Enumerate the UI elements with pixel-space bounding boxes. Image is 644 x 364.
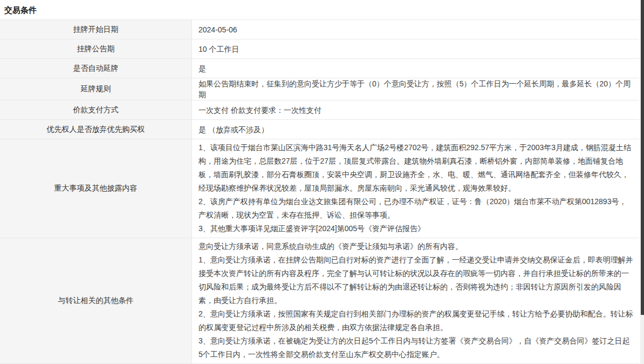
table-row-announcement-period: 挂牌公告期 10 个工作日 [0, 39, 640, 59]
condition-paragraph: 1、意向受让方须承诺，在挂牌公告期间已自行对标的资产进行了全面了解，一经递交受让… [198, 253, 633, 307]
row-label: 延牌规则 [0, 78, 192, 100]
row-label: 重大事项及其他披露内容 [0, 139, 192, 238]
disclosure-paragraph: 2、该房产产权持有单位为烟台业达文旅集团有限公司，已办理不动产权证，证号：鲁（2… [198, 195, 633, 222]
row-value: 意向受让方须承诺，同意系统自动生成的《资产受让须知与承诺》的所有内容。 1、意向… [192, 238, 640, 363]
conditions-table: 挂牌开始日期 2024-05-06 挂牌公告期 10 个工作日 是否自动延牌 是… [0, 19, 640, 364]
row-label: 挂牌开始日期 [0, 20, 192, 39]
condition-paragraph: 2、意向受让方须承诺，按照国家有关规定自行到相关部门办理标的资产的权属变更登记手… [198, 307, 633, 334]
transaction-conditions-page: 交易条件 挂牌开始日期 2024-05-06 挂牌公告期 10 个工作日 是否自… [0, 0, 644, 364]
table-row-preemptive-rights: 优先权人是否放弃优先购买权 是 （放弃或不涉及） [0, 120, 640, 139]
row-value: 2024-05-06 [192, 20, 640, 39]
table-row-listing-start-date: 挂牌开始日期 2024-05-06 [0, 20, 640, 39]
vertical-scrollbar[interactable] [640, 0, 644, 364]
table-row-major-disclosures: 重大事项及其他披露内容 1、该项目位于烟台市莱山区滨海中路31号海天名人广场2号… [0, 139, 640, 238]
condition-paragraph: 意向受让方须承诺，同意系统自动生成的《资产受让须知与承诺》的所有内容。 [198, 240, 633, 253]
row-value: 1、该项目位于烟台市莱山区滨海中路31号海天名人广场2号楼2702号，建筑面积2… [192, 139, 640, 238]
table-row-payment-method: 价款支付方式 一次支付 价款支付要求：一次性支付 [0, 100, 640, 120]
disclosure-paragraph: 3、其他重大事项详见烟正盛资评字[2024]第005号《资产评估报告》 [198, 222, 633, 235]
scrollbar-thumb[interactable] [641, 0, 644, 315]
disclosure-paragraph: 1、该项目位于烟台市莱山区滨海中路31号海天名人广场2号楼2702号，建筑面积2… [198, 141, 633, 195]
row-value: 一次支付 价款支付要求：一次性支付 [192, 100, 640, 119]
row-label: 优先权人是否放弃优先购买权 [0, 120, 192, 139]
table-row-extension-rule: 延牌规则 如果公告期结束时，征集到的意向受让方少于等于（0）个意向受让方，按照（… [0, 78, 640, 100]
page-title: 交易条件 [0, 0, 644, 19]
condition-paragraph: 3、意向受让方须承诺，在被确定为受让方的次日起5个工作日内与转让方签署《资产交易… [198, 334, 633, 361]
row-value: 如果公告期结束时，征集到的意向受让方少于等于（0）个意向受让方，按照（5）个工作… [192, 78, 640, 100]
row-label: 与转让相关的其他条件 [0, 238, 192, 363]
row-label: 挂牌公告期 [0, 39, 192, 58]
row-label: 价款支付方式 [0, 100, 192, 119]
table-row-other-transfer-conditions: 与转让相关的其他条件 意向受让方须承诺，同意系统自动生成的《资产受让须知与承诺》… [0, 238, 640, 364]
row-label: 是否自动延牌 [0, 59, 192, 78]
table-row-auto-extension: 是否自动延牌 是 [0, 59, 640, 78]
row-value: 10 个工作日 [192, 39, 640, 58]
row-value: 是 （放弃或不涉及） [192, 120, 640, 139]
row-value: 是 [192, 59, 640, 78]
